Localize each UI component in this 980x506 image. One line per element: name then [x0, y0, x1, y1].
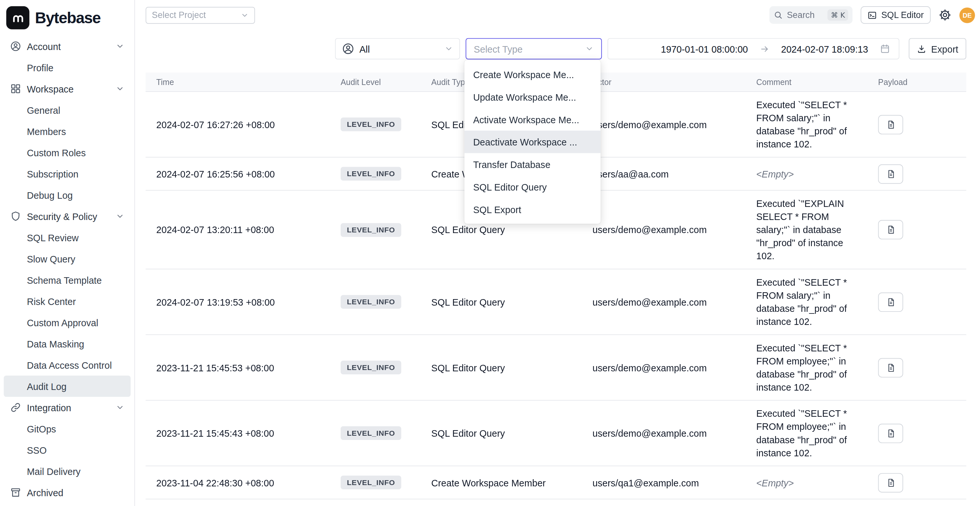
dropdown-item-deactivate-workspace-member[interactable]: Deactivate Workspace ... — [465, 131, 601, 153]
payload-view-button[interactable] — [878, 220, 903, 239]
cell-time: 2024-02-07 13:20:11 +08:00 — [145, 224, 330, 235]
sidebar-item-integration[interactable]: Integration — [3, 397, 130, 418]
export-label: Export — [931, 43, 958, 54]
sidebar: Bytebase Account Profile Workspace Gener… — [0, 0, 135, 506]
dropdown-item-activate-workspace-member[interactable]: Activate Workspace Me... — [465, 108, 601, 131]
sidebar-item-label: Integration — [27, 402, 71, 413]
export-button[interactable]: Export — [909, 38, 966, 59]
sidebar-item-account[interactable]: Account — [3, 36, 130, 57]
sidebar-item-subscription[interactable]: Subscription — [3, 163, 130, 185]
topbar-right: Search ⌘ K SQL Editor DE — [770, 6, 975, 24]
payload-view-button[interactable] — [878, 473, 903, 492]
cell-audit-type: SQL Editor Query — [421, 362, 582, 373]
search-input[interactable]: Search ⌘ K — [770, 6, 853, 24]
actor-filter-value: All — [359, 43, 370, 54]
column-header-time: Time — [145, 77, 330, 87]
dropdown-item-update-workspace-member[interactable]: Update Workspace Me... — [465, 86, 601, 108]
actor-filter-select[interactable]: All — [335, 38, 460, 59]
topbar: Select Project Search ⌘ K SQL Editor DE — [135, 0, 980, 30]
sidebar-item-sql-review[interactable]: SQL Review — [3, 227, 130, 248]
payload-view-button[interactable] — [878, 164, 903, 183]
level-badge: LEVEL_INFO — [340, 361, 401, 374]
payload-view-button[interactable] — [878, 423, 903, 442]
sidebar-item-debug-log[interactable]: Debug Log — [3, 185, 130, 205]
terminal-icon — [867, 10, 877, 20]
cell-audit-level: LEVEL_INFO — [330, 476, 421, 489]
sidebar-item-workspace[interactable]: Workspace — [3, 78, 130, 99]
sidebar-item-data-access-control[interactable]: Data Access Control — [3, 354, 130, 376]
level-badge: LEVEL_INFO — [340, 223, 401, 237]
table-row: 2023-11-04 21:26:34 +08:00 LEVEL_INFO SQ… — [145, 500, 966, 506]
sidebar-item-label: Archived — [27, 487, 64, 498]
project-select[interactable]: Select Project — [145, 6, 255, 24]
filter-bar: All Select Type 1970-01-01 08:00:00 2024… — [135, 38, 980, 59]
cell-audit-level: LEVEL_INFO — [330, 426, 421, 440]
sidebar-item-custom-approval[interactable]: Custom Approval — [3, 312, 130, 333]
sidebar-item-gitops[interactable]: GitOps — [3, 418, 130, 439]
sidebar-item-members[interactable]: Members — [3, 121, 130, 142]
level-badge: LEVEL_INFO — [340, 295, 401, 309]
sidebar-item-general[interactable]: General — [3, 99, 130, 121]
sidebar-item-risk-center[interactable]: Risk Center — [3, 291, 130, 312]
cell-comment: Executed `"SELECT * FROM employee;"` in … — [746, 335, 867, 400]
sidebar-item-label: Security & Policy — [27, 211, 97, 222]
column-header-audit-level: Audit Level — [330, 77, 421, 87]
cell-audit-level: LEVEL_INFO — [330, 223, 421, 237]
cell-audit-level: LEVEL_INFO — [330, 295, 421, 309]
sidebar-item-label: SQL Review — [27, 232, 78, 243]
cell-actor: users/qa1@example.com — [582, 477, 746, 488]
dropdown-item-transfer-database[interactable]: Transfer Database — [465, 153, 601, 175]
app-root: Bytebase Account Profile Workspace Gener… — [0, 0, 980, 506]
sidebar-item-audit-log[interactable]: Audit Log — [3, 376, 130, 397]
project-select-value: Select Project — [152, 10, 206, 20]
dropdown-item-sql-editor-query[interactable]: SQL Editor Query — [465, 175, 601, 198]
cell-actor: users/demo@example.com — [582, 296, 746, 307]
sidebar-item-label: Subscription — [27, 168, 78, 179]
date-range-picker[interactable]: 1970-01-01 08:00:00 2024-02-07 18:09:13 — [607, 38, 899, 59]
level-badge: LEVEL_INFO — [340, 117, 401, 131]
sidebar-item-label: GitOps — [27, 423, 56, 434]
sidebar-item-data-masking[interactable]: Data Masking — [3, 333, 130, 354]
payload-view-button[interactable] — [878, 358, 903, 377]
file-icon — [886, 478, 895, 487]
dropdown-item-sql-export[interactable]: SQL Export — [465, 198, 601, 221]
cell-audit-level: LEVEL_INFO — [330, 167, 421, 181]
chevron-down-icon — [116, 403, 124, 412]
payload-view-button[interactable] — [878, 115, 903, 134]
sidebar-item-security-policy[interactable]: Security & Policy — [3, 205, 130, 227]
file-icon — [886, 169, 895, 178]
sidebar-item-archived[interactable]: Archived — [3, 482, 130, 503]
sidebar-item-schema-template[interactable]: Schema Template — [3, 269, 130, 291]
sidebar-item-sso[interactable]: SSO — [3, 439, 130, 461]
date-from-value: 1970-01-01 08:00:00 — [661, 43, 748, 54]
download-icon — [917, 44, 926, 54]
sidebar-nav: Account Profile Workspace General Member… — [3, 36, 130, 503]
cell-time: 2023-11-21 15:45:43 +08:00 — [145, 428, 330, 439]
cell-comment: Executed `"SELECT * FROM department;"` i… — [746, 500, 867, 506]
type-filter-select[interactable]: Select Type — [466, 38, 602, 59]
search-placeholder: Search — [787, 10, 815, 20]
search-shortcut-badge: ⌘ K — [828, 10, 848, 21]
sidebar-item-custom-roles[interactable]: Custom Roles — [3, 142, 130, 163]
chevron-down-icon — [116, 212, 124, 221]
link-icon — [10, 402, 21, 413]
file-icon — [886, 119, 895, 129]
dropdown-item-create-workspace-member[interactable]: Create Workspace Me... — [465, 63, 601, 86]
gear-icon[interactable] — [939, 9, 951, 21]
avatar[interactable]: DE — [959, 7, 975, 23]
sql-editor-button[interactable]: SQL Editor — [861, 6, 931, 24]
sidebar-item-profile[interactable]: Profile — [3, 57, 130, 78]
column-header-actor: Actor — [582, 77, 746, 87]
cell-time: 2023-11-21 15:45:53 +08:00 — [145, 362, 330, 373]
cell-actor: users/demo@example.com — [582, 224, 746, 235]
sidebar-item-mail-delivery[interactable]: Mail Delivery — [3, 461, 130, 482]
brand-logo[interactable]: Bytebase — [3, 5, 130, 36]
calendar-icon — [880, 44, 890, 54]
cell-comment: Executed `"SELECT * FROM salary;"` in da… — [746, 269, 867, 334]
chevron-down-icon — [240, 11, 249, 19]
user-icon — [10, 41, 21, 52]
sidebar-item-slow-query[interactable]: Slow Query — [3, 248, 130, 269]
payload-view-button[interactable] — [878, 292, 903, 312]
file-icon — [886, 428, 895, 438]
cell-payload — [867, 473, 966, 492]
